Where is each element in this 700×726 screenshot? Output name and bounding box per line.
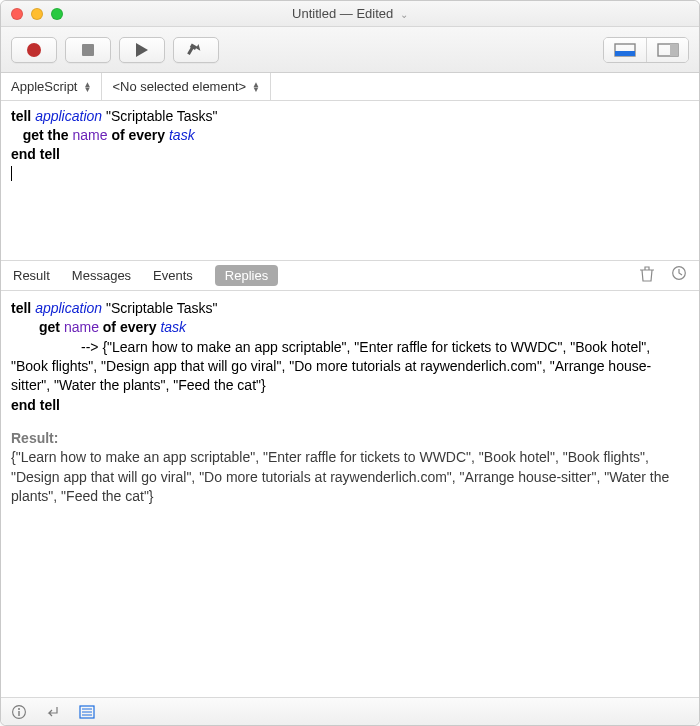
clear-log-button[interactable] [639,265,655,286]
tab-replies[interactable]: Replies [215,265,278,286]
svg-rect-7 [18,711,19,716]
zoom-window-button[interactable] [51,8,63,20]
string: "Scriptable Tasks" [106,108,218,124]
timing-button[interactable] [671,265,687,286]
view-mode-bottom-panel[interactable] [604,38,646,62]
log-toggle[interactable] [79,705,95,719]
tab-events[interactable]: Events [153,268,193,283]
window-title: Untitled — Edited [292,6,393,21]
result-label: Result: [11,429,689,448]
view-mode-segmented [603,37,689,63]
keyword: get the [23,127,69,143]
svg-rect-3 [670,44,678,56]
run-button[interactable] [119,37,165,63]
keyword: end tell [11,146,60,162]
close-window-button[interactable] [11,8,23,20]
info-icon [11,704,27,720]
hammer-icon [187,42,205,58]
titlebar: Untitled — Edited ⌄ [1,1,699,27]
view-mode-side-panel[interactable] [646,38,688,62]
string: "Scriptable Tasks" [106,300,218,316]
record-button[interactable] [11,37,57,63]
stop-icon [82,44,94,56]
keyword: of every [111,127,165,143]
log-tabs: Result Messages Events Replies [1,261,699,291]
compile-button[interactable] [173,37,219,63]
play-icon [136,43,148,57]
description-toggle[interactable] [11,704,27,720]
clock-icon [671,265,687,281]
reply-values: {"Learn how to make an app scriptable", … [11,339,651,394]
class: task [169,127,195,143]
stepper-icon: ▲▼ [252,82,260,92]
keyword: get [39,319,60,335]
window-controls [11,8,63,20]
keyword: end tell [11,397,60,413]
language-selector[interactable]: AppleScript ▲▼ [1,73,102,100]
trash-icon [639,265,655,283]
class: application [35,108,102,124]
list-icon [79,705,95,719]
stop-button[interactable] [65,37,111,63]
property: name [64,319,99,335]
tab-messages[interactable]: Messages [72,268,131,283]
property: name [72,127,107,143]
element-label: <No selected element> [112,79,246,94]
title-dropdown-icon[interactable]: ⌄ [400,9,408,20]
result-body: {"Learn how to make an app scriptable", … [11,448,689,506]
log-pane[interactable]: tell application "Scriptable Tasks" get … [1,291,699,697]
script-editor-window: Untitled — Edited ⌄ AppleScript ▲▼ [0,0,700,726]
language-label: AppleScript [11,79,77,94]
stepper-icon: ▲▼ [83,82,91,92]
keyword: of every [103,319,157,335]
svg-point-6 [18,708,20,710]
status-bar [1,697,699,725]
script-editor-pane[interactable]: tell application "Scriptable Tasks" get … [1,101,699,261]
element-selector[interactable]: <No selected element> ▲▼ [102,73,271,100]
class: task [160,319,186,335]
class: application [35,300,102,316]
navigation-bar: AppleScript ▲▼ <No selected element> ▲▼ [1,73,699,101]
keyword: tell [11,108,31,124]
svg-rect-1 [615,51,635,56]
reply-arrow: --> [81,339,99,355]
text-cursor [11,166,12,181]
minimize-window-button[interactable] [31,8,43,20]
record-icon [27,43,41,57]
toolbar [1,27,699,73]
return-icon [45,705,61,719]
accessory-toggle[interactable] [45,705,61,719]
tab-result[interactable]: Result [13,268,50,283]
keyword: tell [11,300,31,316]
